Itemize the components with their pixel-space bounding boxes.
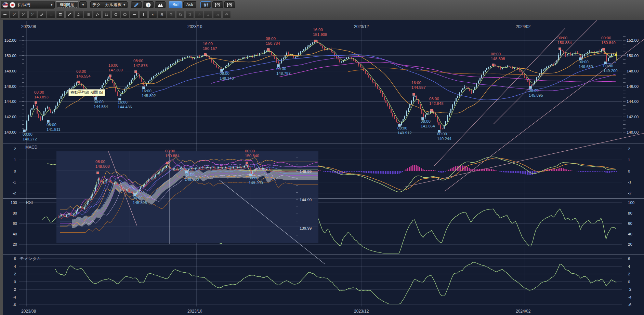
gann-fan-icon[interactable] bbox=[65, 10, 74, 18]
window-frame-strip bbox=[0, 20, 3, 315]
macd-axis-label: -2 bbox=[628, 191, 631, 195]
trendline-2-icon[interactable]: 2 bbox=[19, 10, 28, 18]
fan-lines-2-icon[interactable] bbox=[93, 10, 102, 18]
annotation-marker bbox=[579, 58, 582, 60]
inset-y-axis-label: 139.99 bbox=[300, 226, 312, 230]
candlestick-chart-button[interactable] bbox=[200, 1, 211, 8]
parallel-lines-4-icon[interactable] bbox=[56, 10, 65, 18]
annotation-price: 150.157 bbox=[203, 46, 217, 51]
annotation-marker bbox=[23, 130, 26, 132]
vertical-line-icon[interactable] bbox=[139, 10, 148, 18]
annotation-marker bbox=[413, 93, 415, 96]
rsi-axis-label: 80 bbox=[13, 211, 17, 215]
momentum-axis-label: 6 bbox=[628, 257, 630, 261]
momentum-axis-label: -2 bbox=[628, 287, 631, 291]
rectangle-icon[interactable] bbox=[121, 10, 129, 18]
inset-y-axis-label: 149.99 bbox=[300, 169, 312, 174]
momentum-axis-label: 2 bbox=[14, 272, 16, 276]
trendline-1-icon[interactable]: 1 bbox=[10, 10, 18, 18]
ruler-icon[interactable] bbox=[38, 10, 46, 18]
svg-text:3: 3 bbox=[31, 13, 32, 14]
macd-axis-label: -1 bbox=[628, 180, 631, 184]
annotation-time: 00:00 bbox=[557, 36, 567, 40]
copy-icon bbox=[176, 10, 185, 18]
annotation-marker bbox=[221, 69, 223, 72]
annotation-price: 150.840 bbox=[601, 41, 616, 45]
annotation-price: 140.912 bbox=[397, 131, 412, 135]
revert-icon bbox=[222, 10, 231, 18]
inset-y-axis-label: 144.99 bbox=[300, 198, 312, 202]
date-label-bottom: 2023/12 bbox=[354, 309, 369, 314]
svg-text:1: 1 bbox=[13, 13, 14, 14]
crosshair-icon[interactable] bbox=[1, 10, 9, 18]
annotation-time: 16:00 bbox=[142, 89, 152, 93]
annotation-price: 140.244 bbox=[437, 137, 451, 141]
annotation-marker bbox=[119, 98, 121, 100]
annotation-time: 08:00 bbox=[76, 69, 86, 73]
annotation-price: 148.146 bbox=[220, 76, 234, 80]
main-y-axis-label: 146.00 bbox=[627, 84, 639, 88]
annotation-marker bbox=[438, 130, 441, 133]
pencil-draw-button[interactable] bbox=[131, 1, 142, 8]
annotation-price: 145.895 bbox=[529, 93, 543, 97]
main-y-axis-label: 140.00 bbox=[4, 130, 16, 134]
main-y-axis-label: 150.00 bbox=[4, 54, 16, 58]
date-label-bottom: 2024/02 bbox=[516, 309, 531, 314]
annotation-time: 00:00 bbox=[579, 60, 589, 64]
text-icon[interactable]: A bbox=[148, 10, 157, 18]
currency-pair-selector[interactable]: ドル/円 ▼ bbox=[1, 1, 55, 9]
ask-button[interactable]: Ask bbox=[183, 1, 196, 8]
annotation-price: 150.840 bbox=[245, 154, 259, 158]
annotation-price: 148.808 bbox=[491, 57, 505, 61]
eraser-icon bbox=[204, 10, 212, 18]
bid-button[interactable]: Bid bbox=[169, 1, 182, 8]
annotation-marker bbox=[267, 49, 270, 51]
annotation-marker bbox=[78, 81, 80, 83]
timeframe-value[interactable]: 8時間足 bbox=[56, 1, 78, 8]
trendline-3-icon[interactable]: 3 bbox=[28, 10, 37, 18]
technical-select-button[interactable]: テクニカル選択 ▼ bbox=[90, 1, 128, 8]
annotation-marker bbox=[492, 64, 495, 66]
annotation-price: 142.848 bbox=[429, 101, 444, 106]
pentagon-icon[interactable] bbox=[102, 10, 111, 18]
annotation-price: 146.554 bbox=[76, 74, 91, 78]
annotation-price: 151.908 bbox=[313, 32, 327, 37]
main-y-axis-label: 148.00 bbox=[627, 69, 639, 73]
fan-lines-3-icon[interactable] bbox=[75, 10, 83, 18]
annotation-price: 140.272 bbox=[23, 137, 37, 141]
annotation-time: 16:00 bbox=[411, 81, 421, 85]
timeframe-dropdown-button[interactable]: ▼ bbox=[79, 1, 87, 8]
momentum-axis-label: 0 bbox=[628, 280, 630, 284]
area-chart-button[interactable] bbox=[155, 1, 166, 8]
macd-axis-label: 0 bbox=[14, 169, 16, 173]
zoom-in-vertical-button[interactable] bbox=[224, 1, 235, 8]
annotation-marker bbox=[431, 109, 433, 112]
annotation-marker bbox=[95, 97, 97, 100]
date-label-bottom: 2023/10 bbox=[187, 309, 202, 314]
annotation-price: 147.369 bbox=[108, 68, 123, 72]
date-label-top: 2023/12 bbox=[354, 24, 369, 29]
horizontal-line-icon[interactable] bbox=[130, 10, 139, 18]
info-button[interactable]: i bbox=[143, 1, 154, 8]
ellipse-icon[interactable] bbox=[111, 10, 120, 18]
chart-canvas[interactable]: 152.00152.00150.00150.00148.00148.00146.… bbox=[0, 0, 644, 315]
momentum-axis-label: -2 bbox=[13, 287, 16, 291]
zoom-out-vertical-button[interactable] bbox=[212, 1, 223, 8]
main-y-axis-label: 152.00 bbox=[4, 38, 16, 42]
annotation-marker bbox=[135, 71, 137, 73]
annotation-time: 00:00 bbox=[601, 36, 611, 40]
momentum-axis-label: 0 bbox=[14, 280, 16, 284]
svg-text:2: 2 bbox=[22, 13, 23, 14]
annotation-time: 08:00 bbox=[266, 37, 276, 41]
ma-tooltip: 移動平均線 期間 [5] bbox=[68, 89, 105, 96]
rsi-axis-label: 40 bbox=[13, 232, 17, 236]
parallel-lines-2-icon[interactable] bbox=[47, 10, 55, 18]
annotation-time: 00:00 bbox=[133, 196, 143, 200]
fibonacci-timezones-icon[interactable] bbox=[84, 10, 92, 18]
annotation-time: 16:00 bbox=[118, 100, 128, 104]
icon-stamp-icon[interactable]: ICON bbox=[158, 10, 166, 18]
annotation-time: 00:00 bbox=[603, 64, 613, 68]
annotation-marker bbox=[166, 162, 169, 164]
rsi-panel-title: RSI bbox=[26, 200, 33, 205]
annotation-time: 00:00 bbox=[529, 88, 539, 93]
